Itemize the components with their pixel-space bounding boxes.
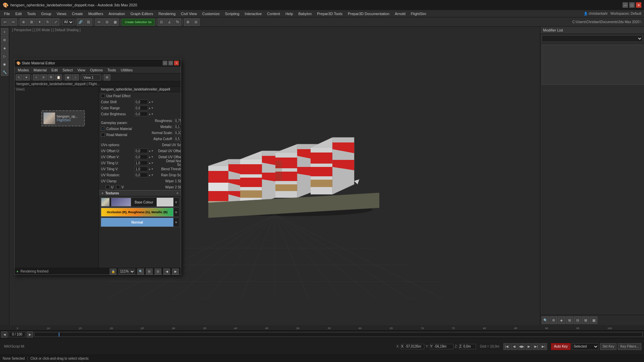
create-panel[interactable]: + bbox=[1, 28, 8, 36]
uv-clamp-v-check[interactable] bbox=[116, 185, 120, 189]
uv-tiling-v-spinner[interactable]: ▲▼ bbox=[148, 168, 154, 171]
maximize-button[interactable]: □ bbox=[629, 2, 635, 8]
slate-menu-select[interactable]: Select bbox=[60, 68, 75, 72]
slate-tool-show[interactable]: ◉ bbox=[65, 74, 71, 80]
timeline-track[interactable] bbox=[34, 332, 643, 337]
rotate-button[interactable]: ↻ bbox=[44, 18, 51, 26]
slate-tool-settings[interactable]: ⚙ bbox=[104, 74, 110, 80]
coord-z[interactable]: Z: 0,0m bbox=[459, 344, 476, 349]
mirror-button[interactable]: ⇔ bbox=[95, 18, 103, 26]
uv-rotation-spinner[interactable]: ▲▼ bbox=[148, 174, 154, 177]
select-region-button[interactable]: ⊞ bbox=[28, 18, 35, 26]
go-start[interactable]: |◀ bbox=[503, 343, 510, 350]
layer-manager[interactable]: ⊞ bbox=[184, 18, 192, 26]
base-color-preview[interactable] bbox=[111, 198, 131, 206]
coord-x[interactable]: X: -57,0135m bbox=[401, 344, 424, 349]
go-end[interactable]: ▶| bbox=[540, 343, 547, 350]
slate-view-tab[interactable]: View 1 bbox=[82, 74, 101, 80]
menu-tools[interactable]: Tools bbox=[24, 11, 39, 16]
timeline-prev[interactable]: ◀ bbox=[1, 331, 7, 338]
menu-interactive[interactable]: Interactive bbox=[242, 11, 265, 16]
modifier-dropdown[interactable] bbox=[542, 35, 643, 42]
uv-tiling-u-input[interactable] bbox=[135, 161, 148, 165]
slate-menu-options[interactable]: Options bbox=[88, 68, 105, 72]
menu-civil-view[interactable]: Civil View bbox=[178, 11, 199, 16]
slate-menu-view[interactable]: View bbox=[75, 68, 88, 72]
uv-offset-v-spinner[interactable]: ▲▼ bbox=[148, 156, 154, 159]
menu-file[interactable]: File bbox=[1, 11, 13, 16]
color-brightness-input[interactable] bbox=[135, 112, 148, 116]
unlink-button[interactable]: ⛓ bbox=[85, 18, 92, 26]
textures-close[interactable]: ✕ bbox=[176, 191, 179, 195]
slate-restore[interactable]: □ bbox=[168, 61, 173, 65]
base-color-thumb[interactable] bbox=[101, 198, 110, 206]
uv-clamp-u-check[interactable] bbox=[106, 185, 110, 189]
rp-tool-5[interactable]: ⊟ bbox=[574, 316, 581, 324]
percent-snap[interactable]: % bbox=[174, 18, 181, 26]
material-node[interactable]: hengsen_op... FlightSim bbox=[41, 110, 85, 126]
modify-panel[interactable]: ⚙ bbox=[1, 36, 8, 44]
slate-tool-move[interactable]: ✦ bbox=[23, 74, 30, 80]
normal-texture[interactable]: Normal bbox=[101, 218, 173, 227]
uv-rotation-input[interactable] bbox=[135, 173, 148, 177]
slate-menu-material[interactable]: Material bbox=[32, 68, 49, 72]
set-key-button[interactable]: Set Key bbox=[600, 343, 616, 350]
menu-rendering[interactable]: Rendering bbox=[156, 11, 178, 16]
slate-fit-btn[interactable]: ⊞ bbox=[146, 268, 153, 275]
menu-views[interactable]: Views bbox=[54, 11, 69, 16]
slate-tool-new[interactable]: + bbox=[33, 74, 40, 80]
slate-menu-tools[interactable]: Tools bbox=[105, 68, 118, 72]
link-button[interactable]: 🔗 bbox=[77, 18, 84, 26]
menu-flightsim[interactable]: FlightSim bbox=[408, 11, 429, 16]
motion-panel[interactable]: ▷ bbox=[1, 52, 8, 60]
menu-content[interactable]: Content bbox=[264, 11, 283, 16]
rp-tool-4[interactable]: ⊞ bbox=[566, 316, 573, 324]
key-filters-button[interactable]: Key Filters... bbox=[618, 343, 641, 350]
menu-prepar3d-doc[interactable]: Prepar3D Documentation bbox=[345, 11, 392, 16]
slate-zoom-select[interactable]: 111% bbox=[118, 268, 135, 275]
menu-group[interactable]: Group bbox=[38, 11, 54, 16]
utilities-panel[interactable]: 🔧 bbox=[1, 68, 8, 76]
uv-offset-u-spinner[interactable]: ▲▼ bbox=[148, 149, 154, 153]
menu-animation[interactable]: Animation bbox=[106, 11, 128, 16]
menu-arnold[interactable]: Arnold bbox=[392, 11, 408, 16]
menu-graph-editors[interactable]: Graph Editors bbox=[128, 11, 156, 16]
play-back[interactable]: ◀▶ bbox=[518, 343, 525, 350]
alpha-input[interactable] bbox=[174, 136, 181, 141]
angle-snap[interactable]: ∠ bbox=[166, 18, 173, 26]
metallic-input[interactable] bbox=[174, 124, 181, 129]
orm-texture[interactable]: Occlusion (R), Roughness (G), Metallic (… bbox=[101, 208, 173, 217]
undo-button[interactable]: ↩ bbox=[1, 18, 9, 26]
scale-button[interactable]: ⤢ bbox=[52, 18, 59, 26]
slate-next-btn[interactable]: ▶ bbox=[172, 268, 179, 275]
uv-tiling-u-spinner[interactable]: ▲▼ bbox=[148, 162, 154, 165]
menu-scripting[interactable]: Scripting bbox=[222, 11, 242, 16]
align-button[interactable]: ⊟ bbox=[103, 18, 111, 26]
slate-lock-btn[interactable]: 🔒 bbox=[110, 268, 116, 275]
uv-tiling-v-input[interactable] bbox=[135, 167, 148, 171]
menu-babylon[interactable]: Babylon bbox=[296, 11, 315, 16]
timeline-next[interactable]: ▶ bbox=[27, 331, 33, 338]
play-fwd[interactable]: ▶ bbox=[526, 343, 532, 350]
slate-tool-paste[interactable]: 📋 bbox=[55, 74, 62, 80]
slate-menu-utilities[interactable]: Utilities bbox=[119, 68, 135, 72]
uv-offset-v-input[interactable] bbox=[135, 155, 148, 159]
display-panel[interactable]: ◉ bbox=[1, 60, 8, 68]
slate-tool-copy[interactable]: ⧉ bbox=[48, 74, 54, 80]
collision-checkbox[interactable] bbox=[101, 127, 105, 131]
slate-zoom-btn[interactable]: 🔍 bbox=[137, 268, 144, 275]
move-button[interactable]: ✦ bbox=[36, 18, 43, 26]
slate-tool-select[interactable]: ↖ bbox=[16, 74, 22, 80]
orm-expand[interactable]: ▼ bbox=[174, 210, 179, 214]
redo-button[interactable]: ↪ bbox=[9, 18, 17, 26]
scene-explorer[interactable]: ⊟ bbox=[192, 18, 200, 26]
rp-tool-2[interactable]: ⚙ bbox=[550, 316, 557, 324]
base-white-patch[interactable] bbox=[157, 198, 173, 206]
color-shift-spinner[interactable]: ▲▼ bbox=[148, 101, 154, 104]
select-object-button[interactable]: ⊕ bbox=[20, 18, 27, 26]
slate-grid-btn[interactable]: ⊟ bbox=[155, 268, 161, 275]
pearl-checkbox[interactable] bbox=[101, 94, 105, 98]
filter-dropdown[interactable]: All bbox=[62, 19, 74, 25]
slate-tool-hide[interactable]: ○ bbox=[72, 74, 79, 80]
menu-create[interactable]: Create bbox=[69, 11, 86, 16]
